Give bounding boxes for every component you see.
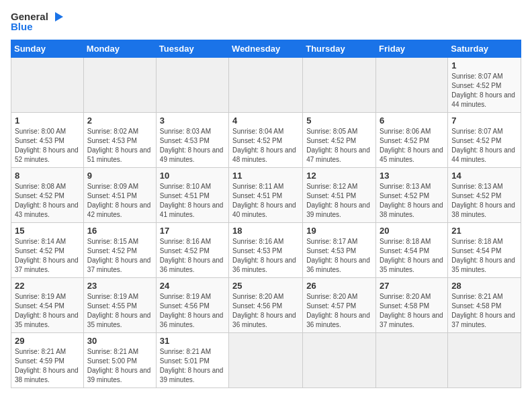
- day-info: Sunrise: 8:11 AMSunset: 4:51 PMDaylight:…: [232, 182, 299, 220]
- calendar-cell: [303, 57, 376, 112]
- calendar-cell: 15Sunrise: 8:14 AMSunset: 4:52 PMDayligh…: [11, 222, 84, 277]
- calendar-cell: 13Sunrise: 8:13 AMSunset: 4:52 PMDayligh…: [376, 167, 448, 222]
- day-number: 11: [232, 171, 299, 181]
- day-info: Sunrise: 8:14 AMSunset: 4:52 PMDaylight:…: [15, 237, 80, 275]
- calendar-cell: 23Sunrise: 8:19 AMSunset: 4:55 PMDayligh…: [83, 277, 156, 332]
- calendar-cell: [229, 332, 303, 387]
- calendar-cell: [11, 57, 84, 112]
- calendar-cell: 19Sunrise: 8:17 AMSunset: 4:53 PMDayligh…: [303, 222, 376, 277]
- calendar-cell: 17Sunrise: 8:16 AMSunset: 4:52 PMDayligh…: [156, 222, 228, 277]
- day-number: 15: [15, 226, 80, 236]
- calendar-cell: 30Sunrise: 8:21 AMSunset: 5:00 PMDayligh…: [83, 332, 156, 387]
- calendar-cell: 7Sunrise: 8:07 AMSunset: 4:52 PMDaylight…: [448, 112, 521, 167]
- day-header-wednesday: Wednesday: [229, 40, 303, 57]
- day-info: Sunrise: 8:20 AMSunset: 4:56 PMDaylight:…: [232, 292, 299, 330]
- day-number: 23: [87, 281, 152, 291]
- calendar-cell: 6Sunrise: 8:06 AMSunset: 4:52 PMDaylight…: [376, 112, 448, 167]
- week-row-4: 22Sunrise: 8:19 AMSunset: 4:54 PMDayligh…: [11, 277, 521, 332]
- day-info: Sunrise: 8:07 AMSunset: 4:52 PMDaylight:…: [451, 127, 517, 165]
- calendar-cell: [448, 332, 521, 387]
- calendar-cell: 26Sunrise: 8:20 AMSunset: 4:57 PMDayligh…: [303, 277, 376, 332]
- day-number: 26: [306, 281, 372, 291]
- day-number: 8: [15, 171, 80, 181]
- day-info: Sunrise: 8:10 AMSunset: 4:51 PMDaylight:…: [160, 182, 225, 220]
- header: General Blue: [11, 11, 521, 33]
- calendar-table: SundayMondayTuesdayWednesdayThursdayFrid…: [11, 40, 521, 388]
- day-header-saturday: Saturday: [448, 40, 521, 57]
- day-number: 30: [87, 336, 152, 346]
- day-info: Sunrise: 8:18 AMSunset: 4:54 PMDaylight:…: [380, 237, 444, 275]
- day-number: 24: [160, 281, 225, 291]
- day-number: 12: [306, 171, 372, 181]
- day-header-tuesday: Tuesday: [156, 40, 228, 57]
- day-info: Sunrise: 8:13 AMSunset: 4:52 PMDaylight:…: [451, 182, 517, 220]
- day-number: 20: [380, 226, 444, 236]
- day-info: Sunrise: 8:19 AMSunset: 4:54 PMDaylight:…: [15, 292, 80, 330]
- day-number: 28: [451, 281, 517, 291]
- logo: General Blue: [11, 11, 64, 33]
- day-info: Sunrise: 8:16 AMSunset: 4:52 PMDaylight:…: [160, 237, 225, 275]
- logo-blue: Blue: [11, 21, 64, 33]
- day-info: Sunrise: 8:15 AMSunset: 4:52 PMDaylight:…: [87, 237, 152, 275]
- day-number: 19: [306, 226, 372, 236]
- calendar-cell: 2Sunrise: 8:02 AMSunset: 4:53 PMDaylight…: [83, 112, 156, 167]
- day-number: 4: [232, 116, 299, 126]
- day-info: Sunrise: 8:06 AMSunset: 4:52 PMDaylight:…: [380, 127, 444, 165]
- day-number: 18: [232, 226, 299, 236]
- calendar-cell: 12Sunrise: 8:12 AMSunset: 4:51 PMDayligh…: [303, 167, 376, 222]
- calendar-cell: 1Sunrise: 8:07 AMSunset: 4:52 PMDaylight…: [448, 57, 521, 112]
- day-number: 21: [451, 226, 517, 236]
- day-number: 9: [87, 171, 152, 181]
- day-info: Sunrise: 8:20 AMSunset: 4:57 PMDaylight:…: [306, 292, 372, 330]
- calendar-cell: 24Sunrise: 8:19 AMSunset: 4:56 PMDayligh…: [156, 277, 228, 332]
- day-number: 2: [87, 116, 152, 126]
- logo-visual: General Blue: [11, 11, 64, 33]
- calendar-cell: 5Sunrise: 8:05 AMSunset: 4:52 PMDaylight…: [303, 112, 376, 167]
- day-number: 16: [87, 226, 152, 236]
- day-number: 31: [160, 336, 225, 346]
- day-number: 10: [160, 171, 225, 181]
- day-info: Sunrise: 8:05 AMSunset: 4:52 PMDaylight:…: [306, 127, 372, 165]
- header-row: SundayMondayTuesdayWednesdayThursdayFrid…: [11, 40, 521, 57]
- page-container: General Blue SundayMondayTuesdayWednesda…: [0, 0, 532, 395]
- day-info: Sunrise: 8:21 AMSunset: 4:58 PMDaylight:…: [451, 292, 517, 330]
- calendar-cell: [83, 57, 156, 112]
- day-info: Sunrise: 8:21 AMSunset: 4:59 PMDaylight:…: [15, 347, 80, 385]
- week-row-2: 8Sunrise: 8:08 AMSunset: 4:52 PMDaylight…: [11, 167, 521, 222]
- calendar-cell: [229, 57, 303, 112]
- calendar-cell: 8Sunrise: 8:08 AMSunset: 4:52 PMDaylight…: [11, 167, 84, 222]
- calendar-cell: [376, 57, 448, 112]
- calendar-cell: 4Sunrise: 8:04 AMSunset: 4:52 PMDaylight…: [229, 112, 303, 167]
- day-info: Sunrise: 8:00 AMSunset: 4:53 PMDaylight:…: [15, 127, 80, 165]
- calendar-cell: 9Sunrise: 8:09 AMSunset: 4:51 PMDaylight…: [83, 167, 156, 222]
- week-row-5: 29Sunrise: 8:21 AMSunset: 4:59 PMDayligh…: [11, 332, 521, 387]
- calendar-cell: 14Sunrise: 8:13 AMSunset: 4:52 PMDayligh…: [448, 167, 521, 222]
- calendar-cell: 3Sunrise: 8:03 AMSunset: 4:53 PMDaylight…: [156, 112, 228, 167]
- day-info: Sunrise: 8:21 AMSunset: 5:00 PMDaylight:…: [87, 347, 152, 385]
- day-number: 7: [451, 116, 517, 126]
- calendar-cell: 21Sunrise: 8:18 AMSunset: 4:54 PMDayligh…: [448, 222, 521, 277]
- week-row-0: 1Sunrise: 8:07 AMSunset: 4:52 PMDaylight…: [11, 57, 521, 112]
- day-number: 27: [380, 281, 444, 291]
- day-header-friday: Friday: [376, 40, 448, 57]
- day-info: Sunrise: 8:08 AMSunset: 4:52 PMDaylight:…: [15, 182, 80, 220]
- day-info: Sunrise: 8:16 AMSunset: 4:53 PMDaylight:…: [232, 237, 299, 275]
- day-number: 13: [380, 171, 444, 181]
- day-info: Sunrise: 8:04 AMSunset: 4:52 PMDaylight:…: [232, 127, 299, 165]
- day-number: 5: [306, 116, 372, 126]
- calendar-cell: 28Sunrise: 8:21 AMSunset: 4:58 PMDayligh…: [448, 277, 521, 332]
- day-number: 29: [15, 336, 80, 346]
- day-info: Sunrise: 8:09 AMSunset: 4:51 PMDaylight:…: [87, 182, 152, 220]
- calendar-cell: 22Sunrise: 8:19 AMSunset: 4:54 PMDayligh…: [11, 277, 84, 332]
- day-info: Sunrise: 8:13 AMSunset: 4:52 PMDaylight:…: [380, 182, 444, 220]
- calendar-cell: 27Sunrise: 8:20 AMSunset: 4:58 PMDayligh…: [376, 277, 448, 332]
- day-info: Sunrise: 8:17 AMSunset: 4:53 PMDaylight:…: [306, 237, 372, 275]
- day-info: Sunrise: 8:03 AMSunset: 4:53 PMDaylight:…: [160, 127, 225, 165]
- day-header-thursday: Thursday: [303, 40, 376, 57]
- calendar-cell: [376, 332, 448, 387]
- day-number: 3: [160, 116, 225, 126]
- day-number: 22: [15, 281, 80, 291]
- day-info: Sunrise: 8:02 AMSunset: 4:53 PMDaylight:…: [87, 127, 152, 165]
- day-header-monday: Monday: [83, 40, 156, 57]
- svg-marker-0: [55, 12, 63, 21]
